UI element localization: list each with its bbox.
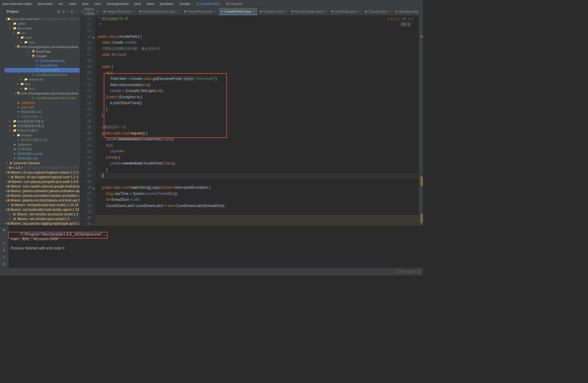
tree-item[interactable]: ▸▥Maven: net.bytebuddy:byte-buddy:1.10.1…	[4, 203, 80, 207]
tree-item[interactable]: ◆.gitignore	[4, 100, 80, 105]
tree-item[interactable]: ▾📁src	[4, 31, 80, 35]
tree-item[interactable]: ▸📦BaseType	[4, 49, 80, 54]
project-title[interactable]: Project	[7, 10, 18, 13]
status-bar	[0, 268, 423, 275]
marker[interactable]	[420, 177, 423, 186]
tree-item[interactable]: ▼README.en.md	[4, 152, 80, 156]
output-text: "C:\Program Files\Java\jdk1.8.0_191\bin\…	[11, 232, 106, 250]
editor-tab[interactable]: GetUnsafeDemo.java×	[137, 8, 182, 15]
tree-item[interactable]: ▸▥Maven: com.jayway.jsonpath:json-path:2…	[4, 179, 80, 184]
marker[interactable]	[420, 214, 423, 223]
close-icon[interactable]: ×	[285, 10, 286, 13]
editor-tab[interactable]: UnsafePark.java×	[182, 8, 219, 15]
run-tool[interactable]: ↑	[2, 234, 7, 239]
tree-item[interactable]: ▸▥< 1.8 >C:\Program Files\Java\jdk1.8.0_…	[4, 165, 80, 170]
close-icon[interactable]: ×	[253, 10, 255, 13]
tree-item[interactable]: ▸📁java基础面试集合	[4, 119, 80, 124]
tree-item[interactable]: ▾📁java	[4, 86, 80, 91]
tree-item[interactable]: ⒸJavaBaseApplicationTests	[4, 96, 80, 100]
tree-item[interactable]: ▾📁test	[4, 82, 80, 86]
close-icon[interactable]: ×	[358, 10, 360, 13]
tree-item[interactable]: ▸▥Maven: jakarta.xml.bind:jakarta.xml.bi…	[4, 198, 80, 203]
tree-item[interactable]: ▾📁java-interview-batmD:\gitee\java-inter…	[4, 17, 80, 21]
editor-tab[interactable]: ClassA.java×	[363, 8, 393, 15]
close-icon[interactable]: ×	[177, 10, 179, 13]
run-tool[interactable]: ⎙	[2, 254, 7, 259]
run-tool[interactable]: ↻	[2, 241, 7, 246]
tree-item[interactable]: ✕Folded files: 1	[4, 114, 80, 119]
file-icon	[395, 11, 397, 12]
close-icon[interactable]: ×	[96, 10, 98, 13]
tree-item[interactable]: ▸▥Maven: jakarta.annotation:jakarta.anno…	[4, 193, 80, 198]
editor-tab[interactable]: java基础面试问题集合.md×	[80, 8, 101, 15]
tree-item[interactable]: ▸▥Maven: net.bytebuddy:byte-buddy-agent:…	[4, 207, 80, 212]
tree-item[interactable]: ▾📁java-base	[4, 26, 80, 31]
tree-item[interactable]: ▸▥Maven: net.minidev:accessors-smart:1.2	[4, 212, 80, 217]
run-output[interactable]: "C:\Program Files\Java\jdk1.8.0_191\bin\…	[9, 226, 423, 268]
tree-item[interactable]: ▾📦com.zhuangxiaolan.java.base.javabas	[4, 45, 80, 49]
tree-item[interactable]: ▾📁软件设计模式	[4, 128, 80, 133]
tree-item[interactable]: ⒸUnsafePark2	[4, 68, 80, 73]
nav-arrows[interactable]: ∧ ∨	[408, 17, 413, 20]
close-icon[interactable]: ×	[407, 23, 409, 26]
close-icon[interactable]: ×	[214, 10, 216, 13]
project-tree[interactable]: ▾📁java-interview-batmD:\gitee\java-inter…	[4, 15, 80, 225]
tree-item[interactable]: ▸📁resources	[4, 77, 80, 82]
tree-item[interactable]: ▸▥Maven: ch.qos.logback:logback-core:1.2…	[4, 175, 80, 179]
error-count[interactable]: △ 3	[387, 17, 392, 20]
inlay-hint[interactable]: M↓ ×	[400, 22, 411, 27]
tree-item[interactable]: ▸📁并发编程面试集合	[4, 124, 80, 128]
editor-tab[interactable]: UnsafePark2.java×	[219, 8, 258, 15]
weak-warning-count[interactable]: ∧ 6	[401, 17, 406, 20]
close-icon[interactable]: ×	[324, 10, 326, 13]
project-tools[interactable]: ⊞⊕÷⚙−	[57, 10, 77, 14]
tree-item[interactable]: ▾📁main	[4, 35, 80, 40]
tree-item[interactable]: ▸📁.gitee	[4, 21, 80, 26]
tree-item[interactable]: ▾▥External Libraries	[4, 161, 80, 165]
code[interactable]: * @Created by xjl */public class UnsafeP…	[95, 15, 419, 225]
tree-item[interactable]: ▤LICENSE	[4, 147, 80, 152]
editor-tabs[interactable]: java基础面试问题集合.md×IntegerTest.java×GetUnsa…	[80, 8, 419, 15]
editor-tab[interactable]: HashMap.java×	[329, 8, 363, 15]
file-icon	[365, 11, 367, 12]
tree-item[interactable]: ▸▥Maven: com.vaadin.external.google:andr…	[4, 184, 80, 189]
tree-item[interactable]: ▸▥Maven: jakarta.activation:jakarta.acti…	[4, 189, 80, 193]
editor-tab[interactable]: Unsafe.class×	[258, 8, 289, 15]
run-tool[interactable]: ▶	[2, 227, 7, 232]
tree-item[interactable]: ▸📁images	[4, 133, 80, 138]
editor-tab[interactable]: AtomicInteger.java×	[289, 8, 329, 15]
tree-item[interactable]: mpom.xml	[4, 105, 80, 110]
marker[interactable]	[420, 36, 423, 37]
tree-item[interactable]: ▸📦com.zhuangxiaolan.java.base.javabas	[4, 91, 80, 96]
file-icon	[221, 11, 223, 12]
run-tool[interactable]: ⊟	[2, 261, 7, 266]
close-icon[interactable]: ×	[388, 10, 390, 13]
file-icon	[292, 11, 294, 12]
tree-item[interactable]: ▸▥Maven: org.apache.logging.log4j:log4j-…	[4, 221, 80, 225]
run-tools[interactable]: ▶↑↻⬇⎙⊟🗑	[0, 226, 9, 268]
tree-item[interactable]: ⒸJavaBaseApplication	[4, 73, 80, 77]
problems-indicator[interactable]: △ 3 △ 1 ∧ 6 ∧ ∨	[387, 17, 413, 20]
tree-item[interactable]: ▼README.md	[4, 110, 80, 114]
file-icon	[103, 11, 105, 12]
run-tool[interactable]: ⬇	[2, 248, 7, 253]
file-icon	[332, 11, 333, 12]
tree-item[interactable]: ▾📁java	[4, 40, 80, 45]
tree-item[interactable]: ▸▥Maven: ch.qos.logback:logback-classic:…	[4, 170, 80, 175]
tree-item[interactable]: ◆.gitignore	[4, 142, 80, 147]
editor-tab[interactable]: IntegerTest.java×	[101, 8, 137, 15]
breadcrumb[interactable]: java-interview-batm〉java-base〉src〉main〉j…	[2, 2, 242, 6]
left-stripe	[0, 8, 4, 225]
watermark: CSDN @庄小焱	[396, 270, 420, 274]
code-area[interactable]: 11121314▶1516171819202122232425262728293…	[80, 15, 419, 225]
tree-item[interactable]: ▼软件设计模式.md	[4, 138, 80, 142]
tree-item[interactable]: ▼README.md	[4, 156, 80, 161]
editor-tab[interactable]: JavaBaseApplication.java×	[393, 8, 419, 15]
gutter: 11121314▶1516171819202122232425262728293…	[80, 15, 95, 225]
tree-item[interactable]: ⒸGetUnsafeDemo	[4, 59, 80, 63]
tree-item[interactable]: ▸▥Maven: net.minidev:json-smart:2.3	[4, 217, 80, 221]
tree-item[interactable]: ⒸUnsafePark	[4, 63, 80, 68]
close-icon[interactable]: ×	[133, 10, 134, 13]
tree-item[interactable]: ▾📦Unsafe	[4, 54, 80, 59]
warning-count[interactable]: △ 1	[394, 17, 399, 20]
